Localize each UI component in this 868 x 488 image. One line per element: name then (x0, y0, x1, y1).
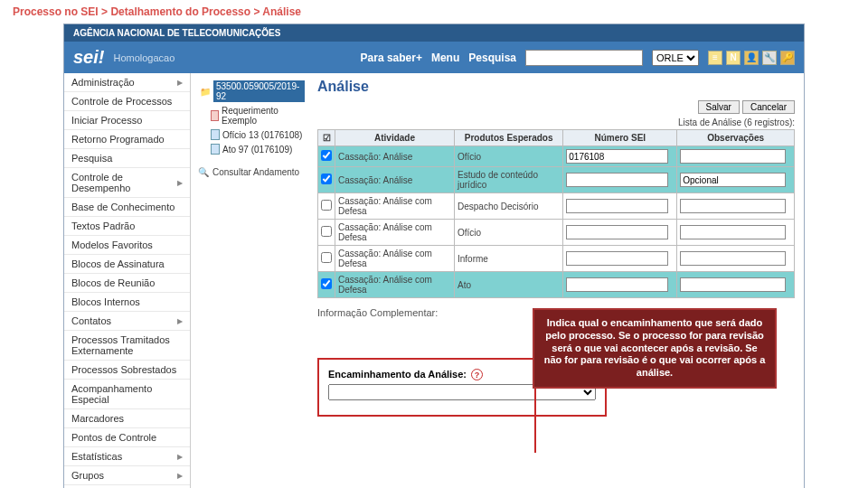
cell-atividade: Cassação: Análise com Defesa (335, 272, 455, 298)
numero-sei-input[interactable] (566, 173, 668, 187)
user-icon[interactable]: 👤 (744, 51, 759, 65)
cell-atividade: Cassação: Análise (335, 146, 455, 167)
cell-atividade: Cassação: Análise com Defesa (335, 220, 455, 246)
top-nav: sei! Homologacao Para saber+ Menu Pesqui… (64, 42, 804, 73)
col-obs: Observações (677, 130, 795, 146)
tree-doc[interactable]: Ato 97 (0176109) (194, 142, 305, 156)
sidebar-item[interactable]: Controle de Desempenho▶ (64, 168, 190, 198)
sidebar-item[interactable]: Acompanhamento Especial (64, 380, 190, 409)
row-checkbox[interactable] (321, 174, 332, 184)
app-frame: AGÊNCIA NACIONAL DE TELECOMUNICAÇÕES sei… (63, 23, 805, 488)
numero-sei-input[interactable] (566, 149, 668, 164)
cell-produto: Estudo de conteúdo jurídico (455, 167, 563, 193)
cell-atividade: Cassação: Análise (335, 167, 455, 193)
cell-produto: Ofício (455, 146, 563, 167)
obs-input[interactable] (680, 277, 786, 292)
sidebar-item[interactable]: Blocos Internos (64, 293, 190, 312)
sidebar-item[interactable]: Blocos de Reunião (64, 274, 190, 293)
sidebar-item[interactable]: Controle de Processos (64, 92, 190, 111)
cell-produto: Ato (455, 272, 563, 298)
sidebar-item[interactable]: Estatísticas▶ (64, 447, 190, 466)
nav-pesquisa-label: Pesquisa (468, 52, 516, 64)
sidebar-item[interactable]: Grupos▶ (64, 466, 190, 485)
tooltip-callout: Indica qual o encaminhamento que será da… (533, 308, 777, 389)
sidebar-item[interactable]: Marcadores (64, 409, 190, 428)
numero-sei-input[interactable] (566, 277, 668, 292)
sidebar-item[interactable]: Processos Tramitados Externamente (64, 331, 190, 361)
news-icon[interactable]: N (726, 51, 741, 65)
numero-sei-input[interactable] (566, 251, 668, 266)
numero-sei-input[interactable] (566, 225, 668, 239)
table-row: Cassação: Análise com DefesaOfício (318, 220, 795, 246)
main-panel: Análise Salvar Cancelar Lista de Análise… (308, 73, 804, 488)
row-checkbox[interactable] (321, 226, 332, 237)
consultar-andamento[interactable]: 🔍Consultar Andamento (194, 167, 305, 177)
agency-bar: AGÊNCIA NACIONAL DE TELECOMUNICAÇÕES (64, 24, 804, 42)
cell-produto: Ofício (455, 220, 563, 246)
sidebar-item[interactable]: Administração▶ (64, 73, 190, 92)
table-row: Cassação: Análise com DefesaAto (318, 272, 795, 298)
sei-logo: sei! (73, 47, 104, 68)
tree-doc[interactable]: Ofício 13 (0176108) (194, 127, 305, 142)
col-produtos: Produtos Esperados (455, 130, 563, 146)
table-row: Cassação: AnáliseOfício (318, 146, 795, 167)
module-icon[interactable]: ≡ (708, 51, 722, 65)
obs-input[interactable] (680, 149, 786, 164)
search-input[interactable] (525, 50, 643, 66)
sidebar-item[interactable]: Blocos de Assinatura (64, 255, 190, 274)
row-checkbox[interactable] (321, 150, 332, 161)
cell-produto: Despacho Decisório (455, 193, 563, 220)
sidebar-item[interactable]: Pesquisa (64, 149, 190, 168)
clock-icon: 🔍 (198, 167, 209, 177)
obs-input[interactable] (680, 199, 786, 213)
save-button[interactable]: Salvar (698, 100, 740, 114)
encaminhamento-label: Encaminhamento da Análise: ? (328, 369, 483, 380)
sidebar-item[interactable]: Textos Padrão (64, 217, 190, 236)
row-checkbox[interactable] (321, 252, 332, 263)
nav-parasaber[interactable]: Para saber+ (361, 52, 422, 64)
config-icon[interactable]: 🔧 (762, 51, 777, 65)
sidebar-item[interactable]: Contatos▶ (64, 312, 190, 331)
obs-input[interactable] (680, 225, 786, 239)
table-row: Cassação: AnáliseEstudo de conteúdo jurí… (318, 167, 795, 193)
table-row: Cassação: Análise com DefesaInforme (318, 246, 795, 272)
page-title: Análise (317, 79, 795, 95)
row-checkbox[interactable] (321, 200, 332, 211)
exit-icon[interactable]: 🔑 (780, 51, 795, 65)
toolbar-icons: ≡ N 👤 🔧 🔑 (708, 51, 795, 65)
sidebar: Administração▶Controle de ProcessosInici… (64, 73, 191, 488)
numero-sei-input[interactable] (566, 199, 668, 213)
list-header: Lista de Análise (6 registros): (317, 117, 795, 127)
sidebar-item[interactable]: Pontos de Controle (64, 428, 190, 447)
col-atividade: Atividade (335, 130, 455, 146)
cancel-button[interactable]: Cancelar (742, 100, 795, 114)
process-root[interactable]: 53500.059005/2019-92 (213, 80, 305, 102)
cell-produto: Informe (455, 246, 563, 272)
breadcrumb: Processo no SEI > Detalhamento do Proces… (0, 0, 868, 23)
table-row: Cassação: Análise com DefesaDespacho Dec… (318, 193, 795, 220)
analysis-table: ☑ Atividade Produtos Esperados Número SE… (317, 129, 795, 298)
sidebar-item[interactable]: Iniciar Processo (64, 111, 190, 130)
row-checkbox[interactable] (321, 278, 332, 289)
sidebar-item[interactable]: Retorno Programado (64, 130, 190, 149)
cell-atividade: Cassação: Análise com Defesa (335, 246, 455, 272)
unit-select[interactable]: ORLE (652, 50, 699, 66)
obs-input[interactable] (680, 173, 786, 187)
env-label: Homologacao (113, 52, 175, 63)
obs-input[interactable] (680, 251, 786, 266)
sidebar-item[interactable]: Processos Sobrestados (64, 361, 190, 380)
process-tree: 📁53500.059005/2019-92 Requerimento Exemp… (191, 73, 308, 488)
col-numero: Número SEI (563, 130, 677, 146)
help-icon[interactable]: ? (471, 369, 483, 380)
sidebar-item[interactable]: Base de Conhecimento (64, 198, 190, 217)
cell-atividade: Cassação: Análise com Defesa (335, 193, 455, 220)
tree-doc[interactable]: Requerimento Exemplo (194, 104, 305, 127)
col-check[interactable]: ☑ (318, 130, 335, 146)
nav-menu[interactable]: Menu (431, 52, 459, 64)
sidebar-item[interactable]: Modelos Favoritos (64, 236, 190, 255)
